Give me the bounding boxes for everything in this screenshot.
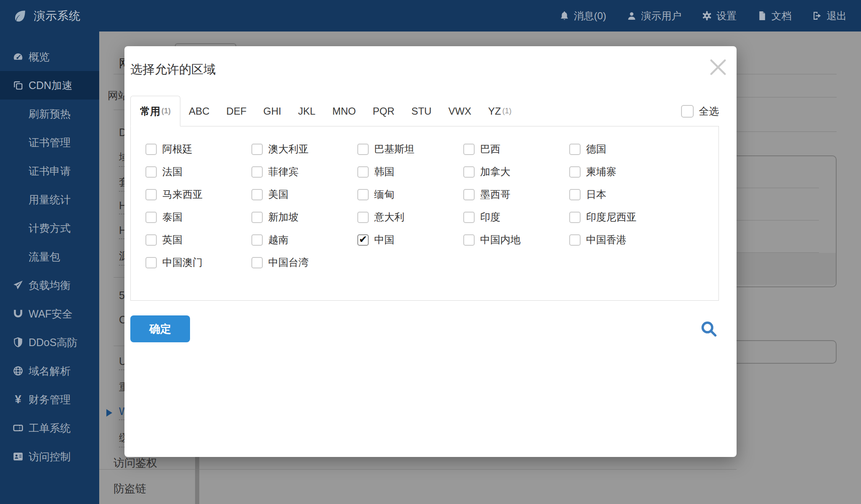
checkbox[interactable] xyxy=(569,144,581,155)
region-option[interactable]: 阿根廷 xyxy=(145,138,251,160)
tab-yz[interactable]: YZ (1) xyxy=(480,96,520,126)
tab-vwx[interactable]: VWX xyxy=(440,96,480,126)
confirm-button[interactable]: 确定 xyxy=(130,315,190,342)
tab-common[interactable]: 常用 (1) xyxy=(130,96,180,126)
region-option[interactable]: 英国 xyxy=(145,228,251,251)
checkbox[interactable] xyxy=(251,189,263,200)
globe-icon xyxy=(13,365,24,376)
region-option[interactable]: 巴基斯坦 xyxy=(357,138,463,160)
checkbox[interactable] xyxy=(357,189,369,200)
region-option[interactable]: 中国香港 xyxy=(569,228,675,251)
region-label: 缅甸 xyxy=(374,188,394,201)
nav-user[interactable]: 演示用户 xyxy=(626,9,681,23)
tab-abc[interactable]: ABC xyxy=(180,96,218,126)
region-option[interactable]: 美国 xyxy=(251,183,357,206)
brand[interactable]: 演示系统 xyxy=(0,8,81,24)
sidebar-item-tickets[interactable]: 工单系统 xyxy=(0,414,99,442)
region-option[interactable]: 越南 xyxy=(251,228,357,251)
tab-stu[interactable]: STU xyxy=(403,96,440,126)
checkbox[interactable] xyxy=(251,257,263,268)
tab-bar: 常用 (1) ABC DEF GHI JKL MNO PQR STU VWX Y… xyxy=(130,96,719,126)
checkbox[interactable] xyxy=(145,212,157,223)
close-icon[interactable] xyxy=(707,56,729,78)
sidebar-item-ddos[interactable]: DDoS高防 xyxy=(0,328,99,357)
region-option[interactable]: 韩国 xyxy=(357,160,463,183)
nav-docs[interactable]: 文档 xyxy=(757,9,792,23)
sidebar-item-finance[interactable]: ¥ 财务管理 xyxy=(0,385,99,414)
sidebar-item-access-control[interactable]: 访问控制 xyxy=(0,442,99,471)
checkbox[interactable] xyxy=(145,234,157,246)
sidebar-item-cert-manage[interactable]: 证书管理 xyxy=(0,128,99,157)
checkbox[interactable] xyxy=(145,144,157,155)
region-option[interactable]: 柬埔寨 xyxy=(569,160,675,183)
checkbox[interactable] xyxy=(251,166,263,178)
checkbox[interactable] xyxy=(357,166,369,178)
checkbox[interactable] xyxy=(569,189,581,200)
sidebar-item-usage-stats[interactable]: 用量统计 xyxy=(0,185,99,214)
checkbox[interactable] xyxy=(357,144,369,155)
nav-settings[interactable]: 设置 xyxy=(702,9,737,23)
checkbox[interactable] xyxy=(251,234,263,246)
ticket-icon xyxy=(13,423,24,433)
region-label: 中国香港 xyxy=(586,233,626,247)
checkbox[interactable] xyxy=(145,166,157,178)
sidebar-item-dns[interactable]: 域名解析 xyxy=(0,357,99,385)
checkbox[interactable] xyxy=(357,212,369,223)
sidebar-item-overview[interactable]: 概览 xyxy=(0,42,99,71)
sidebar-item-cdn[interactable]: CDN加速 xyxy=(0,71,99,100)
region-option[interactable]: 加拿大 xyxy=(463,160,569,183)
checkbox[interactable] xyxy=(569,166,581,178)
region-option[interactable]: 中国内地 xyxy=(463,228,569,251)
tab-ghi[interactable]: GHI xyxy=(255,96,290,126)
region-option[interactable]: 中国台湾 xyxy=(251,251,357,274)
nav-docs-label: 文档 xyxy=(771,9,792,23)
tab-jkl[interactable]: JKL xyxy=(290,96,324,126)
select-all-checkbox[interactable] xyxy=(681,105,694,118)
checkbox[interactable] xyxy=(251,212,263,223)
region-label: 越南 xyxy=(268,233,288,247)
tab-pqr[interactable]: PQR xyxy=(364,96,403,126)
checkbox[interactable] xyxy=(569,212,581,223)
tab-def[interactable]: DEF xyxy=(218,96,255,126)
region-option[interactable]: 马来西亚 xyxy=(145,183,251,206)
region-option[interactable]: 菲律宾 xyxy=(251,160,357,183)
sidebar-item-cert-apply[interactable]: 证书申请 xyxy=(0,157,99,185)
checkbox[interactable] xyxy=(463,166,475,178)
nav-messages[interactable]: 消息(0) xyxy=(559,9,606,23)
checkbox[interactable] xyxy=(463,234,475,246)
checkbox[interactable] xyxy=(463,212,475,223)
region-option[interactable]: 澳大利亚 xyxy=(251,138,357,160)
sidebar-item-load-balance[interactable]: 负载均衡 xyxy=(0,271,99,299)
checkbox[interactable] xyxy=(145,257,157,268)
sidebar-item-refresh-prewarm[interactable]: 刷新预热 xyxy=(0,100,99,128)
region-option[interactable]: 日本 xyxy=(569,183,675,206)
region-option[interactable]: 法国 xyxy=(145,160,251,183)
sidebar-item-traffic-pack[interactable]: 流量包 xyxy=(0,242,99,271)
region-option[interactable]: 印度尼西亚 xyxy=(569,206,675,228)
sidebar-item-waf[interactable]: WAF安全 xyxy=(0,299,99,328)
checkbox[interactable] xyxy=(463,144,475,155)
dialog-footer: 确定 xyxy=(130,315,719,342)
tab-mno[interactable]: MNO xyxy=(324,96,364,126)
shield-icon xyxy=(13,337,24,348)
region-option[interactable]: 缅甸 xyxy=(357,183,463,206)
region-option[interactable]: 新加坡 xyxy=(251,206,357,228)
checkbox[interactable] xyxy=(145,189,157,200)
search-icon[interactable] xyxy=(700,320,718,338)
region-option[interactable]: 墨西哥 xyxy=(463,183,569,206)
checkbox-checked[interactable]: ✔ xyxy=(357,234,369,246)
region-option[interactable]: 巴西 xyxy=(463,138,569,160)
region-option[interactable]: 意大利 xyxy=(357,206,463,228)
checkbox[interactable] xyxy=(251,144,263,155)
region-option[interactable]: 印度 xyxy=(463,206,569,228)
region-option[interactable]: 泰国 xyxy=(145,206,251,228)
checkbox[interactable] xyxy=(463,189,475,200)
nav-logout[interactable]: 退出 xyxy=(812,9,847,23)
region-option[interactable]: 中国澳门 xyxy=(145,251,251,274)
magnet-icon xyxy=(13,308,24,319)
checkbox[interactable] xyxy=(569,234,581,246)
sidebar-item-billing-mode[interactable]: 计费方式 xyxy=(0,214,99,242)
region-option[interactable]: 德国 xyxy=(569,138,675,160)
region-option-checked[interactable]: ✔中国 xyxy=(357,228,463,251)
region-label: 德国 xyxy=(586,142,606,156)
